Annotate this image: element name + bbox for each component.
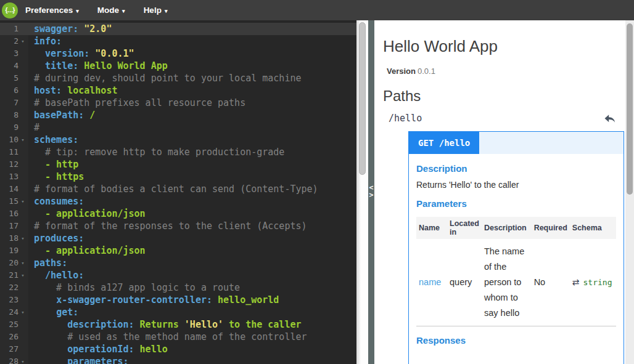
jump-to-definition-icon[interactable] <box>604 114 615 123</box>
code-line[interactable]: - application/json <box>28 208 368 220</box>
app-logo-icon[interactable]: {…} <box>2 2 18 18</box>
code-line[interactable]: title: Hello World App <box>28 60 368 72</box>
pane-divider[interactable]: < > <box>368 20 374 364</box>
line-number[interactable]: 7 <box>0 97 19 109</box>
yaml-editor[interactable]: 1swagger: "2.0"2▾info:3 version: "0.0.1"… <box>0 20 368 364</box>
code-token: # binds a127 app logic to a route <box>34 282 240 293</box>
preview-scrollbar[interactable] <box>625 20 634 364</box>
gutter-cell: 19 <box>0 245 28 257</box>
editor-line: 3 version: "0.0.1" <box>0 47 368 60</box>
schema-toggle-icon[interactable]: ⇄ <box>572 277 580 287</box>
line-number[interactable]: 12 <box>0 158 19 171</box>
line-number[interactable]: 8 <box>0 109 19 121</box>
fold-toggle-icon[interactable]: ▾ <box>19 35 27 47</box>
line-number[interactable]: 28 <box>0 355 19 364</box>
operation-tab-get[interactable]: GET /hello <box>409 132 479 154</box>
gutter-cell: 28▾ <box>0 355 28 364</box>
line-number[interactable]: 26 <box>0 331 19 343</box>
line-number[interactable]: 9 <box>0 121 19 134</box>
menu-preferences[interactable]: Preferences▾ <box>25 6 79 15</box>
line-number[interactable]: 23 <box>0 294 19 306</box>
code-line[interactable]: # format of the responses to the client … <box>28 220 368 232</box>
fold-toggle-icon[interactable]: ▾ <box>19 195 27 208</box>
code-line[interactable]: description: Returns 'Hello' to the call… <box>28 318 368 331</box>
line-number[interactable]: 3 <box>0 47 19 60</box>
line-number[interactable]: 11 <box>0 146 19 158</box>
code-line[interactable]: operationId: hello <box>28 343 368 355</box>
line-number[interactable]: 22 <box>0 281 19 294</box>
line-number[interactable]: 24 <box>0 306 19 318</box>
line-number[interactable]: 18 <box>0 232 19 245</box>
editor-scrollbar-thumb[interactable] <box>359 22 366 175</box>
line-number[interactable]: 13 <box>0 171 19 183</box>
gutter-cell: 4 <box>0 60 28 72</box>
gutter-cell: 12 <box>0 158 28 171</box>
line-number[interactable]: 15 <box>0 195 19 208</box>
fold-toggle-icon[interactable]: ▾ <box>19 134 27 146</box>
menu-mode[interactable]: Mode▾ <box>97 6 125 15</box>
code-line[interactable]: produces: <box>28 232 368 245</box>
fold-toggle-icon[interactable]: ▾ <box>19 306 27 318</box>
fold-spacer <box>19 281 27 294</box>
code-line[interactable]: - http <box>28 158 368 171</box>
code-line[interactable]: basePath: / <box>28 109 368 121</box>
code-line[interactable]: # format of bodies a client can send (Co… <box>28 183 368 195</box>
code-line[interactable]: # used as the method name of the control… <box>28 331 368 343</box>
parameters-heading: Parameters <box>416 198 616 209</box>
editor-line: 2▾info: <box>0 35 368 47</box>
line-number[interactable]: 20 <box>0 257 19 269</box>
code-line[interactable]: parameters: <box>28 355 368 364</box>
fold-spacer <box>19 343 27 355</box>
code-token <box>34 319 67 330</box>
gutter-cell: 26 <box>0 331 28 343</box>
editor-line: 12 - http <box>0 158 368 171</box>
line-number[interactable]: 6 <box>0 84 19 97</box>
code-token: Returns <box>140 319 184 330</box>
line-number[interactable]: 1 <box>0 23 19 35</box>
fold-toggle-icon[interactable]: ▾ <box>19 257 27 269</box>
line-number[interactable]: 2 <box>0 35 19 47</box>
code-line[interactable]: x-swagger-router-controller: hello_world <box>28 294 368 306</box>
preview-scrollbar-thumb[interactable] <box>627 23 633 195</box>
line-number[interactable]: 25 <box>0 318 19 331</box>
path-name[interactable]: /hello <box>389 113 422 124</box>
code-line[interactable]: swagger: "2.0" <box>28 23 368 35</box>
code-line[interactable]: host: localhost <box>28 84 368 97</box>
gutter-cell: 17 <box>0 220 28 232</box>
line-number[interactable]: 10 <box>0 134 19 146</box>
menu-help[interactable]: Help▾ <box>144 6 168 15</box>
line-number[interactable]: 5 <box>0 72 19 84</box>
code-token: consumes: <box>34 196 84 207</box>
line-number[interactable]: 4 <box>0 60 19 72</box>
code-line[interactable]: - application/json <box>28 245 368 257</box>
code-line[interactable]: paths: <box>28 257 368 269</box>
code-line[interactable]: version: "0.0.1" <box>28 47 368 60</box>
line-number[interactable]: 17 <box>0 220 19 232</box>
code-line[interactable]: consumes: <box>28 195 368 208</box>
fold-toggle-icon[interactable]: ▾ <box>19 355 27 364</box>
line-number[interactable]: 16 <box>0 208 19 220</box>
fold-toggle-icon[interactable]: ▾ <box>19 269 27 281</box>
code-line[interactable]: # <box>28 121 368 134</box>
code-line[interactable]: # during dev, should point to your local… <box>28 72 368 84</box>
code-line[interactable]: /hello: <box>28 269 368 281</box>
code-line[interactable]: get: <box>28 306 368 318</box>
code-line[interactable]: # basePath prefixes all resource paths <box>28 97 368 109</box>
line-number[interactable]: 14 <box>0 183 19 195</box>
line-number[interactable]: 27 <box>0 343 19 355</box>
collapse-right-icon[interactable]: > <box>369 192 374 198</box>
editor-line: 5# during dev, should point to your loca… <box>0 72 368 84</box>
fold-toggle-icon[interactable]: ▾ <box>19 232 27 245</box>
line-number[interactable]: 21 <box>0 269 19 281</box>
line-number[interactable]: 19 <box>0 245 19 257</box>
editor-scrollbar[interactable] <box>356 20 368 364</box>
code-line[interactable]: # tip: remove http to make production-gr… <box>28 146 368 158</box>
code-line[interactable]: # binds a127 app logic to a route <box>28 281 368 294</box>
code-line[interactable]: schemes: <box>28 134 368 146</box>
code-token: host: <box>34 85 62 96</box>
param-name-cell[interactable]: name <box>416 239 447 326</box>
topbar: {…} Preferences▾Mode▾Help▾ <box>0 0 634 20</box>
collapse-left-icon[interactable]: < <box>369 184 374 191</box>
code-line[interactable]: - https <box>28 171 368 183</box>
code-line[interactable]: info: <box>28 35 368 47</box>
